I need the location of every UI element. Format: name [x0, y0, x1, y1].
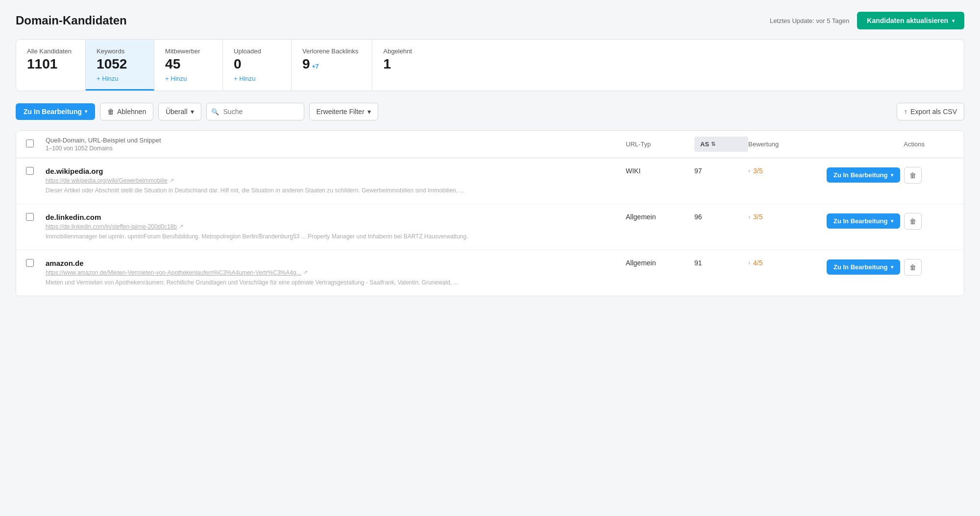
row-urltype: Allgemein [626, 259, 694, 267]
row-select-checkbox[interactable] [26, 213, 34, 221]
chevron-down-icon: ▾ [191, 108, 194, 116]
trash-icon: 🗑 [107, 108, 114, 116]
header-rating-col: Bewertung [748, 141, 827, 148]
stat-label-keywords: Keywords [97, 47, 140, 55]
header-as-col[interactable]: AS ⇅ [694, 137, 748, 152]
row-urltype: Allgemein [626, 213, 694, 221]
chevron-down-icon: ▾ [85, 109, 87, 114]
row-action-button[interactable]: Zu In Bearbeitung ▾ [827, 167, 900, 183]
stat-sub-keywords[interactable]: + Hinzu [97, 75, 140, 82]
toolbar: Zu In Bearbeitung ▾ 🗑 Ablehnen Überall ▾… [16, 103, 964, 120]
trash-icon: 🗑 [909, 263, 916, 271]
stat-card-mitbewerber[interactable]: Mitbewerber 45 + Hinzu [154, 40, 223, 91]
toolbar-right: ↑ Export als CSV [897, 103, 964, 120]
row-checkbox [26, 259, 46, 268]
row-actions: Zu In Bearbeitung ▾ 🗑 [827, 259, 954, 276]
arrow-icon: › [748, 213, 750, 220]
export-icon: ↑ [904, 108, 907, 116]
domain-name: amazon.de [46, 259, 626, 267]
page-header: Domain-Kandidaten Letztes Update: vor 5 … [16, 12, 964, 29]
stat-label-alle: Alle Kandidaten [27, 47, 72, 55]
last-update-label: Letztes Update: vor 5 Tagen [770, 17, 849, 24]
row-urltype: WIKI [626, 167, 694, 175]
row-checkbox [26, 167, 46, 176]
row-rating: › 4/5 [748, 259, 827, 267]
header-source-col: Quell-Domain, URL-Beispiel und Snippet 1… [46, 137, 626, 152]
stat-card-uploaded[interactable]: Uploaded 0 + Hinzu [223, 40, 292, 91]
select-all-checkbox[interactable] [26, 140, 34, 147]
external-link-icon: ↗ [179, 223, 183, 230]
filter-ueberall-button[interactable]: Überall ▾ [158, 103, 201, 120]
page-title: Domain-Kandidaten [16, 14, 127, 27]
row-source: de.linkedin.com https://de.linkedin.com/… [46, 213, 626, 241]
row-delete-button[interactable]: 🗑 [904, 259, 922, 276]
domain-url: https://www.amazon.de/Mieten-Vermieten-v… [46, 269, 626, 276]
export-csv-button[interactable]: ↑ Export als CSV [897, 103, 964, 120]
trash-icon: 🗑 [909, 171, 916, 179]
header-urltype-col: URL-Typ [626, 141, 694, 148]
arrow-icon: › [748, 167, 750, 174]
stat-card-abgelehnt[interactable]: Abgelehnt 1 [372, 40, 441, 91]
row-as-score: 96 [694, 213, 748, 221]
stat-value-abgelehnt: 1 [383, 57, 427, 72]
stat-label-abgelehnt: Abgelehnt [383, 47, 427, 55]
table-header: Quell-Domain, URL-Beispiel und Snippet 1… [16, 131, 964, 158]
search-input[interactable] [206, 103, 304, 120]
domain-name: de.wikipedia.org [46, 167, 626, 175]
row-rating: › 3/5 [748, 213, 827, 221]
row-delete-button[interactable]: 🗑 [904, 213, 922, 230]
chevron-down-icon: ▾ [891, 218, 893, 224]
table-row: de.linkedin.com https://de.linkedin.com/… [16, 204, 964, 250]
badge-plus: +7 [312, 63, 319, 70]
stat-value-uploaded: 0 [234, 57, 277, 72]
domain-snippet: Immobilienmanager bei upmin. upminForum … [46, 232, 626, 241]
row-action-button[interactable]: Zu In Bearbeitung ▾ [827, 213, 900, 229]
chevron-down-icon: ▾ [891, 172, 893, 178]
row-select-checkbox[interactable] [26, 259, 34, 267]
trash-icon: 🗑 [909, 217, 916, 225]
row-source: de.wikipedia.org https://de.wikipedia.or… [46, 167, 626, 195]
stat-sub-uploaded[interactable]: + Hinzu [234, 75, 277, 82]
domain-name: de.linkedin.com [46, 213, 626, 221]
stat-sub-mitbewerber[interactable]: + Hinzu [165, 75, 209, 82]
row-delete-button[interactable]: 🗑 [904, 167, 922, 184]
chevron-down-icon: ▾ [952, 18, 955, 23]
row-rating: › 3/5 [748, 167, 827, 175]
search-wrapper: 🔍 [206, 103, 304, 120]
header-right: Letztes Update: vor 5 Tagen Kandidaten a… [770, 12, 964, 29]
update-button[interactable]: Kandidaten aktualisieren ▾ [857, 12, 964, 29]
sort-icon: ⇅ [711, 141, 715, 147]
stat-value-keywords: 1052 [97, 57, 140, 72]
row-action-button[interactable]: Zu In Bearbeitung ▾ [827, 259, 900, 275]
row-source: amazon.de https://www.amazon.de/Mieten-V… [46, 259, 626, 287]
domain-url: https://de.wikipedia.org/wiki/Gewerbeimm… [46, 177, 626, 184]
stat-card-keywords[interactable]: Keywords 1052 + Hinzu [86, 40, 154, 91]
stat-label-verlorene: Verlorene Backlinks [302, 47, 358, 55]
external-link-icon: ↗ [170, 177, 174, 184]
domain-url: https://de.linkedin.com/in/steffen-jairn… [46, 223, 626, 230]
header-actions-col: Actions [827, 141, 954, 148]
table-row: de.wikipedia.org https://de.wikipedia.or… [16, 158, 964, 204]
row-actions: Zu In Bearbeitung ▾ 🗑 [827, 213, 954, 230]
row-checkbox [26, 213, 46, 222]
ablehnen-button[interactable]: 🗑 Ablehnen [100, 103, 153, 120]
domain-snippet: Dieser Artikel oder Abschnitt stellt die… [46, 186, 626, 195]
stat-card-alle[interactable]: Alle Kandidaten 1101 [16, 40, 86, 91]
chevron-down-icon: ▾ [368, 108, 371, 116]
chevron-down-icon: ▾ [891, 264, 893, 270]
stat-label-mitbewerber: Mitbewerber [165, 47, 209, 55]
bearbeitung-button[interactable]: Zu In Bearbeitung ▾ [16, 103, 95, 120]
stat-card-verlorene[interactable]: Verlorene Backlinks 9+7 [292, 40, 372, 91]
page-container: Domain-Kandidaten Letztes Update: vor 5 … [0, 0, 980, 516]
row-as-score: 91 [694, 259, 748, 267]
stat-label-uploaded: Uploaded [234, 47, 277, 55]
header-checkbox-col [26, 140, 46, 149]
domain-snippet: Mieten und Vermieten von Apothekenräumen… [46, 278, 626, 287]
stat-value-verlorene: 9+7 [302, 57, 358, 72]
table-container: Quell-Domain, URL-Beispiel und Snippet 1… [16, 130, 964, 296]
row-as-score: 97 [694, 167, 748, 175]
advanced-filter-button[interactable]: Erweiterte Filter ▾ [309, 103, 378, 120]
row-select-checkbox[interactable] [26, 167, 34, 175]
arrow-icon: › [748, 259, 750, 266]
table-row: amazon.de https://www.amazon.de/Mieten-V… [16, 250, 964, 296]
